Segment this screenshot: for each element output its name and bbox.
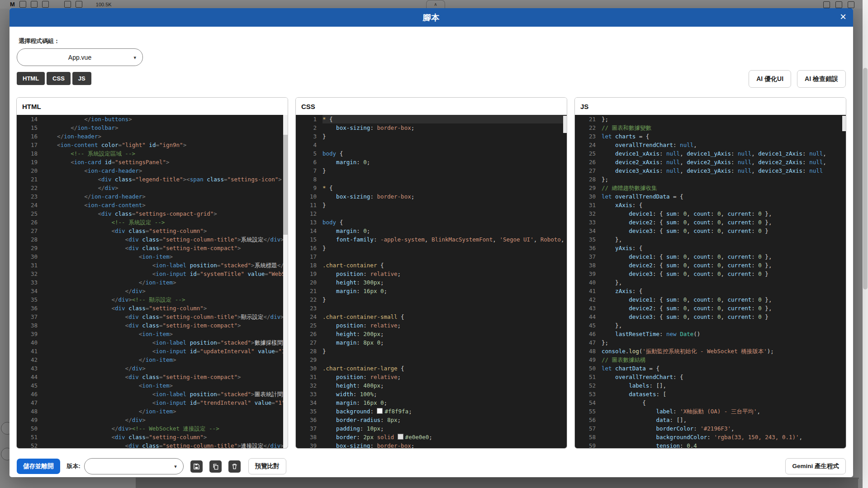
code-group-value: App.vue <box>68 54 91 61</box>
js-code-panel: JS 2122232425262728293031323334353637383… <box>574 97 846 449</box>
editor-scrollbar[interactable] <box>562 115 567 448</box>
code-lines[interactable]: };// 圖表和數據變數let charts = { overallTrendC… <box>602 115 846 448</box>
tab-js[interactable]: JS <box>72 72 91 85</box>
save-version-icon <box>193 463 200 470</box>
language-tabs: HTML CSS JS <box>17 72 91 85</box>
line-number-gutter: 2122232425262728293031323334353637383940… <box>575 115 602 448</box>
code-group-select[interactable]: App.vue ▾ <box>17 48 143 66</box>
tab-html[interactable]: HTML <box>17 72 45 85</box>
ai-optimize-ui-button[interactable]: AI 優化UI <box>749 70 791 88</box>
screen: M 100.5K ∧ 腳本 × <box>0 0 868 488</box>
js-code-editor[interactable]: 2122232425262728293031323334353637383940… <box>575 115 846 448</box>
script-modal: 腳本 × 選擇程式碼組： App.vue ▾ HTML CSS JS AI 優化… <box>9 8 853 477</box>
gemini-generate-button[interactable]: Gemini 產生程式 <box>785 458 846 474</box>
code-lines[interactable]: </ion-buttons> </ion-toolbar> </ion-head… <box>43 115 288 448</box>
chevron-down-icon: ▾ <box>133 54 136 60</box>
panel-title: CSS <box>296 98 567 115</box>
preview-compare-button[interactable]: 預覽比對 <box>248 458 286 474</box>
modal-title: 腳本 <box>423 12 440 23</box>
ai-buttons: AI 優化UI AI 檢查錯誤 <box>749 70 846 88</box>
editor-scrollbar[interactable] <box>283 115 288 448</box>
editor-scrollbar-thumb[interactable] <box>283 135 288 235</box>
panel-title: JS <box>575 98 846 115</box>
ai-check-errors-button[interactable]: AI 檢查錯誤 <box>797 70 846 88</box>
code-group-label: 選擇程式碼組： <box>19 37 60 45</box>
panel-title: HTML <box>17 98 288 115</box>
editor-scrollbar-thumb[interactable] <box>563 116 567 133</box>
code-lines[interactable]: * { box-sizing: border-box;} body { marg… <box>323 115 567 448</box>
save-version-button[interactable] <box>190 460 203 473</box>
css-code-panel: CSS 123456789101112131415161718192021222… <box>295 97 567 449</box>
line-number-gutter: 1415161718192021222324252627282930313233… <box>17 115 43 448</box>
save-and-exit-button[interactable]: 儲存並離開 <box>17 459 60 474</box>
editor-scrollbar-thumb[interactable] <box>842 116 846 131</box>
tab-css[interactable]: CSS <box>47 72 71 85</box>
line-number-gutter: 1234567891011121314151617181920212223242… <box>296 115 323 448</box>
modal-header: 腳本 × <box>9 8 853 27</box>
page-scrollbar-thumb[interactable] <box>863 68 868 289</box>
editor-scrollbar[interactable] <box>841 115 846 448</box>
html-code-panel: HTML 14151617181920212223242526272829303… <box>16 97 288 449</box>
version-select[interactable]: ▾ <box>84 458 184 474</box>
delete-version-button[interactable] <box>228 460 241 473</box>
code-panels: HTML 14151617181920212223242526272829303… <box>16 97 846 449</box>
modal-footer: 儲存並離開 版本: ▾ <box>17 459 846 474</box>
css-code-editor[interactable]: 1234567891011121314151617181920212223242… <box>296 115 567 448</box>
page-scrollbar[interactable] <box>863 0 868 488</box>
copy-icon <box>212 463 219 470</box>
chevron-down-icon: ▾ <box>174 464 177 469</box>
html-code-editor[interactable]: 1415161718192021222324252627282930313233… <box>17 115 288 448</box>
trash-icon <box>231 463 238 470</box>
version-label: 版本: <box>67 462 81 470</box>
copy-version-button[interactable] <box>209 460 222 473</box>
close-icon[interactable]: × <box>840 11 846 23</box>
